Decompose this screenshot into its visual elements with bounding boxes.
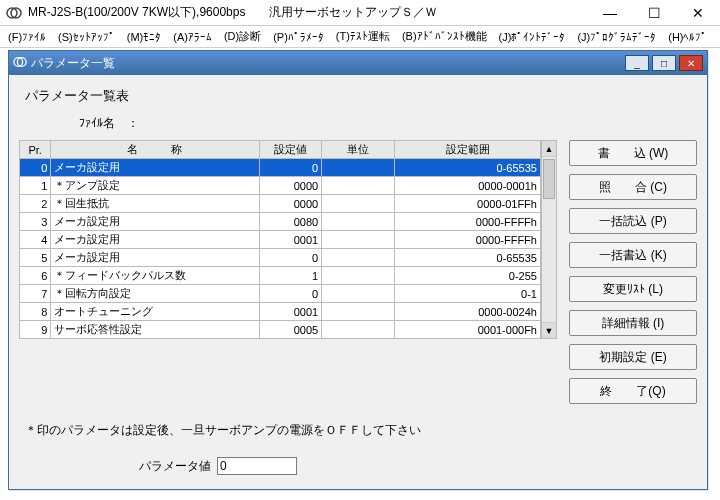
cell-val: 0 [259, 249, 322, 267]
param-value-input[interactable] [217, 457, 297, 475]
col-val[interactable]: 設定値 [259, 141, 322, 159]
cell-val: 0 [259, 285, 322, 303]
cell-name: サーボ応答性設定 [51, 321, 259, 339]
scroll-thumb[interactable] [543, 159, 555, 199]
cell-val: 0 [259, 159, 322, 177]
col-name[interactable]: 名 称 [51, 141, 259, 159]
cell-num: 4 [20, 231, 51, 249]
child-close-button[interactable]: ✕ [679, 55, 703, 71]
child-window: パラメータ一覧 _ □ ✕ パラメータ一覧表 ﾌｧｲﾙ名 ： Pr. 名 称 設… [8, 50, 708, 490]
cell-val: 0000 [259, 195, 322, 213]
menu-item-0[interactable]: (F)ﾌｧｲﾙ [4, 29, 50, 45]
menu-item-6[interactable]: (T)ﾃｽﾄ運転 [332, 27, 394, 46]
menu-item-5[interactable]: (P)ﾊﾟﾗﾒｰﾀ [269, 29, 328, 45]
cell-name: オートチューニング [51, 303, 259, 321]
cell-unit [322, 213, 395, 231]
cell-range: 0-1 [395, 285, 541, 303]
child-title: パラメータ一覧 [31, 55, 115, 72]
table-row[interactable]: 6＊フィードバックパルス数10-255 [20, 267, 541, 285]
table-row[interactable]: 9サーボ応答性設定00050001-000Fh [20, 321, 541, 339]
cell-num: 2 [20, 195, 51, 213]
table-row[interactable]: 8オートチューニング00010000-0024h [20, 303, 541, 321]
menu-item-10[interactable]: (H)ﾍﾙﾌﾟ [664, 29, 711, 45]
cell-name: メーカ設定用 [51, 213, 259, 231]
maximize-button[interactable]: ☐ [632, 0, 676, 26]
app-icon [6, 5, 22, 21]
child-maximize-button[interactable]: □ [652, 55, 676, 71]
menu-item-8[interactable]: (J)ﾎﾟｲﾝﾄﾃﾞｰﾀ [495, 29, 570, 45]
table-row[interactable]: 3メーカ設定用00800000-FFFFh [20, 213, 541, 231]
close-dialog-button[interactable]: 終 了(Q) [569, 378, 697, 404]
cell-val: 1 [259, 267, 322, 285]
cell-range: 0-255 [395, 267, 541, 285]
minimize-button[interactable]: ― [588, 0, 632, 26]
cell-val: 0080 [259, 213, 322, 231]
cell-name: ＊回転方向設定 [51, 285, 259, 303]
cell-name: ＊アンプ設定 [51, 177, 259, 195]
cell-unit [322, 249, 395, 267]
cell-num: 1 [20, 177, 51, 195]
parameter-table-wrap: Pr. 名 称 設定値 単位 設定範囲 0メーカ設定用00-655351＊アンプ… [19, 140, 541, 339]
cell-name: メーカ設定用 [51, 159, 259, 177]
outer-title-2: 汎用サーボセットアップＳ／Ｗ [269, 4, 437, 21]
child-app-icon [13, 55, 27, 72]
col-pr[interactable]: Pr. [20, 141, 51, 159]
outer-title-1: MR-J2S-B(100/200V 7KW以下),9600bps [28, 4, 245, 21]
page-heading: パラメータ一覧表 [25, 87, 697, 105]
cell-range: 0000-0024h [395, 303, 541, 321]
filename-label: ﾌｧｲﾙ名 ： [79, 115, 697, 132]
detail-info-button[interactable]: 詳細情報 (I) [569, 310, 697, 336]
cell-num: 6 [20, 267, 51, 285]
scroll-up-icon[interactable]: ▲ [542, 141, 556, 157]
cell-range: 0000-FFFFh [395, 213, 541, 231]
side-button-panel: 書 込 (W) 照 合 (C) 一括読込 (P) 一括書込 (K) 変更ﾘｽﾄ … [569, 140, 697, 404]
scroll-down-icon[interactable]: ▼ [542, 322, 556, 338]
cell-unit [322, 195, 395, 213]
menu-item-1[interactable]: (S)ｾｯﾄｱｯﾌﾟ [54, 29, 119, 45]
verify-button[interactable]: 照 合 (C) [569, 174, 697, 200]
menu-item-7[interactable]: (B)ｱﾄﾞﾊﾞﾝｽﾄ機能 [398, 27, 491, 46]
cell-range: 0-65535 [395, 249, 541, 267]
cell-range: 0000-FFFFh [395, 231, 541, 249]
parameter-table: Pr. 名 称 設定値 単位 設定範囲 0メーカ設定用00-655351＊アンプ… [19, 140, 541, 339]
menu-item-3[interactable]: (A)ｱﾗｰﾑ [169, 29, 216, 45]
close-button[interactable]: ✕ [676, 0, 720, 26]
cell-unit [322, 303, 395, 321]
outer-titlebar: MR-J2S-B(100/200V 7KW以下),9600bps 汎用サーボセッ… [0, 0, 720, 26]
cell-num: 9 [20, 321, 51, 339]
cell-num: 3 [20, 213, 51, 231]
child-minimize-button[interactable]: _ [625, 55, 649, 71]
table-row[interactable]: 0メーカ設定用00-65535 [20, 159, 541, 177]
table-row[interactable]: 5メーカ設定用00-65535 [20, 249, 541, 267]
cell-name: ＊回生抵抗 [51, 195, 259, 213]
table-row[interactable]: 1＊アンプ設定00000000-0001h [20, 177, 541, 195]
table-row[interactable]: 7＊回転方向設定00-1 [20, 285, 541, 303]
cell-range: 0-65535 [395, 159, 541, 177]
read-all-button[interactable]: 一括読込 (P) [569, 208, 697, 234]
cell-val: 0001 [259, 231, 322, 249]
child-titlebar: パラメータ一覧 _ □ ✕ [9, 51, 707, 75]
col-range[interactable]: 設定範囲 [395, 141, 541, 159]
cell-unit [322, 159, 395, 177]
menu-item-9[interactable]: (J)ﾌﾟﾛｸﾞﾗﾑﾃﾞｰﾀ [573, 29, 660, 45]
write-all-button[interactable]: 一括書込 (K) [569, 242, 697, 268]
write-button[interactable]: 書 込 (W) [569, 140, 697, 166]
cell-num: 8 [20, 303, 51, 321]
table-row[interactable]: 2＊回生抵抗00000000-01FFh [20, 195, 541, 213]
cell-unit [322, 231, 395, 249]
cell-num: 7 [20, 285, 51, 303]
initial-setting-button[interactable]: 初期設定 (E) [569, 344, 697, 370]
col-unit[interactable]: 単位 [322, 141, 395, 159]
cell-range: 0000-0001h [395, 177, 541, 195]
cell-range: 0001-000Fh [395, 321, 541, 339]
cell-val: 0005 [259, 321, 322, 339]
menu-item-2[interactable]: (M)ﾓﾆﾀ [123, 29, 166, 45]
table-row[interactable]: 4メーカ設定用00010000-FFFFh [20, 231, 541, 249]
change-list-button[interactable]: 変更ﾘｽﾄ (L) [569, 276, 697, 302]
menu-item-4[interactable]: (D)診断 [220, 27, 265, 46]
cell-unit [322, 321, 395, 339]
table-scrollbar[interactable]: ▲ ▼ [541, 140, 557, 339]
cell-val: 0000 [259, 177, 322, 195]
param-value-label: パラメータ値 [139, 458, 211, 475]
cell-unit [322, 285, 395, 303]
